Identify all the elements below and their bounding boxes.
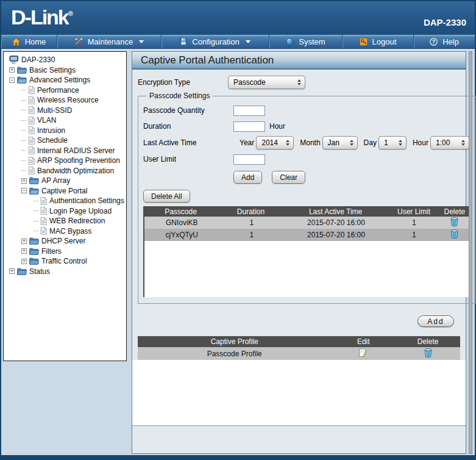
nav-label: Configuration [192, 37, 239, 46]
tree-item-bandwidth-optimization[interactable]: Bandwidth Optimization [7, 166, 126, 176]
tree-item-advanced-settings[interactable]: −Advanced Settings [7, 75, 126, 85]
tree-item-status[interactable]: +Status [7, 267, 126, 277]
tree-item-login-page-upload[interactable]: Login Page Upload [7, 206, 126, 217]
add-profile-button[interactable]: Add [417, 315, 454, 327]
tree-item-ap-array[interactable]: +AP Array [7, 176, 126, 186]
delete-all-button[interactable]: Delete All [143, 190, 190, 203]
month-select[interactable]: Jan [322, 136, 358, 149]
tree-connector [21, 150, 26, 151]
edit-icon[interactable] [359, 348, 368, 358]
trash-icon[interactable] [450, 217, 458, 226]
tree-item-intrusion[interactable]: Intrusion [7, 126, 126, 136]
clear-button[interactable]: Clear [272, 171, 305, 184]
expand-toggle[interactable]: + [21, 178, 27, 184]
tree-item-mac-bypass[interactable]: MAC Bypass [7, 226, 126, 237]
profile-row-passcode-profile: Passcode Profile [138, 347, 460, 360]
tree-item-traffic-control[interactable]: +Traffic Control [7, 256, 126, 267]
tree-item-label: Filters [41, 247, 62, 256]
main-navbar: HomeMaintenanceConfigurationSystemLogout… [1, 35, 475, 49]
doc-icon [28, 146, 35, 154]
nav-system[interactable]: System [269, 35, 343, 48]
hour-select[interactable]: 1:00 [430, 136, 469, 149]
passcode-cell: 1 [219, 218, 285, 227]
select-spinner-icon [346, 140, 353, 146]
expand-toggle[interactable]: + [21, 259, 27, 264]
doc-icon [28, 86, 35, 94]
trash-icon[interactable] [450, 229, 458, 239]
tree-item-label: DAP-2330 [21, 56, 55, 64]
tree-item-label: Wireless Resource [37, 96, 99, 104]
passcode-table-body: GNIoviKB12015-07-20 16:001cjYxQTyU12015-… [143, 217, 469, 297]
expand-toggle[interactable]: − [21, 188, 27, 193]
duration-input[interactable] [233, 121, 265, 132]
passcode-cell: 2015-07-20 16:00 [284, 231, 388, 239]
day-select[interactable]: 1 [378, 136, 407, 149]
tree-item-label: Advanced Settings [29, 76, 90, 84]
tree-item-dhcp-server[interactable]: +DHCP Server [7, 236, 126, 246]
tree-item-schedule[interactable]: Schedule [7, 135, 126, 146]
tree-item-dap-2330[interactable]: DAP-2330 [7, 55, 126, 65]
doc-icon [28, 137, 35, 145]
nav-configuration[interactable]: Configuration [162, 35, 269, 48]
expand-toggle[interactable]: + [21, 239, 27, 244]
passcode-row-cjyxqtyu: cjYxQTyU12015-07-20 16:001 [144, 229, 469, 241]
select-spinner-icon [282, 140, 290, 146]
tree-connector [34, 221, 38, 221]
tree-item-basic-settings[interactable]: +Basic Settings [7, 65, 126, 76]
tree-item-performance[interactable]: Performance [7, 85, 126, 96]
tree-connector [21, 140, 26, 141]
expand-toggle[interactable]: + [9, 67, 15, 73]
trash-icon[interactable] [424, 348, 432, 358]
encryption-type-select[interactable]: Passcode [228, 76, 305, 89]
vertical-scrollbar[interactable] [469, 51, 472, 454]
select-spinner-icon [395, 140, 402, 146]
page-body: DAP-2330+Basic Settings−Advanced Setting… [1, 49, 475, 455]
duration-unit-label: Hour [269, 122, 285, 131]
day-label: Day [364, 138, 377, 147]
tree-connector [21, 160, 26, 161]
duration-label: Duration [143, 122, 233, 131]
doc-icon [40, 227, 47, 235]
passcode-col-header-duration: Duration [218, 207, 283, 216]
expand-toggle[interactable]: + [9, 268, 15, 274]
tree-item-label: Multi-SSID [37, 106, 72, 115]
passcode-cell: 1 [388, 218, 440, 227]
tree-item-web-redirection[interactable]: WEB Redirection [7, 216, 126, 226]
passcode-quantity-input[interactable] [233, 106, 265, 116]
profile-name: Passcode Profile [138, 350, 331, 358]
user-limit-input[interactable] [233, 154, 265, 165]
tree-connector [21, 100, 26, 101]
add-passcode-button[interactable]: Add [233, 171, 262, 184]
year-select[interactable]: 2014 [256, 136, 294, 149]
floppy-icon [180, 38, 187, 45]
settings-panel: Encryption Type Passcode Passcode Settin… [132, 70, 466, 360]
nav-maintenance[interactable]: Maintenance [57, 35, 162, 48]
tree-item-wireless-resource[interactable]: Wireless Resource [7, 95, 126, 106]
tree-connector [21, 110, 26, 110]
tree-item-authentication-settings[interactable]: Authentication Settings [7, 196, 126, 206]
tree-item-filters[interactable]: +Filters [7, 246, 126, 257]
month-label: Month [300, 138, 320, 147]
tree-item-vlan[interactable]: VLAN [7, 115, 126, 126]
last-active-time-label: Last Active Time [143, 138, 233, 147]
passcode-col-header-passcode: Passcode [143, 207, 218, 216]
profile-table-header: Captive ProfileEditDelete [138, 336, 460, 347]
help-icon: ? [430, 38, 438, 46]
tree-item-arp-spoofing-prevention[interactable]: ARP Spoofing Prevention [7, 156, 126, 166]
tree-item-captive-portal[interactable]: −Captive Portal [7, 186, 126, 196]
tree-connector [34, 201, 38, 201]
tree-connector [21, 120, 26, 121]
passcode-cell: cjYxQTyU [144, 231, 219, 239]
passcode-table-header: PasscodeDurationLast Active TimeUser Lim… [143, 206, 469, 217]
expand-toggle[interactable]: + [21, 248, 27, 254]
expand-toggle[interactable]: − [9, 77, 15, 83]
nav-home[interactable]: Home [1, 35, 57, 48]
tree-item-internal-radius-server[interactable]: Internal RADIUS Server [7, 146, 126, 156]
tree-item-multi-ssid[interactable]: Multi-SSID [7, 106, 126, 116]
profile-col-header-edit: Edit [331, 337, 396, 346]
nav-logout[interactable]: Logout [343, 35, 414, 48]
nav-help[interactable]: ?Help [414, 35, 475, 48]
nav-label: Maintenance [88, 37, 133, 46]
folder-open-icon [17, 76, 27, 84]
tree-item-label: ARP Spoofing Prevention [37, 156, 120, 165]
